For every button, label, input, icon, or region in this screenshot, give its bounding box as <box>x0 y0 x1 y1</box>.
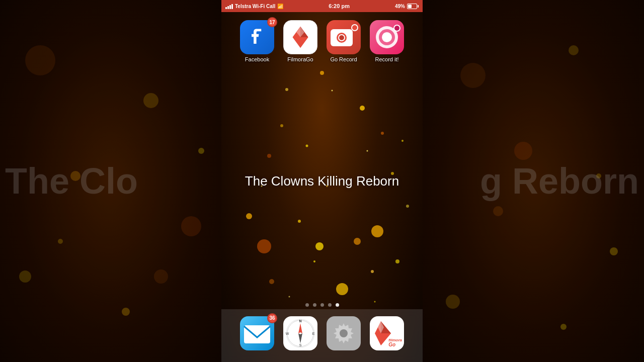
status-right: 49% <box>395 4 419 9</box>
svg-point-10 <box>569 45 579 55</box>
svg-point-11 <box>514 142 532 160</box>
battery-percent: 49% <box>395 4 405 9</box>
page-dot-4[interactable] <box>328 303 332 307</box>
recordit-icon <box>370 20 404 54</box>
svg-point-4 <box>19 270 31 283</box>
svg-point-40 <box>401 140 404 142</box>
svg-point-9 <box>460 63 486 88</box>
svg-point-38 <box>367 150 368 152</box>
svg-text:S: S <box>299 343 302 347</box>
svg-point-58 <box>394 26 399 31</box>
status-time: 6:20 pm <box>329 3 350 9</box>
page-dot-5[interactable] <box>336 303 339 307</box>
recordit-icon-wrap <box>370 20 404 54</box>
app-recordit[interactable]: Record it! <box>370 20 404 62</box>
app-row: 17 Facebook <box>221 15 423 65</box>
app-facebook[interactable]: 17 Facebook <box>240 20 274 62</box>
svg-point-17 <box>320 71 324 75</box>
filmorago-icon <box>283 20 317 54</box>
bg-right-panel: g Reborn <box>423 0 644 362</box>
filmorago-label: FilmoraGo <box>287 56 313 62</box>
svg-point-51 <box>339 35 344 40</box>
dock-app-safari[interactable]: N S W E <box>283 316 317 350</box>
gorecord-label: Go Record <box>330 56 357 62</box>
signal-icon <box>225 3 233 9</box>
svg-point-26 <box>371 225 383 237</box>
dock-app-filmorago[interactable]: filmoraGo <box>370 316 404 350</box>
svg-point-53 <box>352 25 357 30</box>
filmorago-dock-icon-wrap: filmoraGo <box>370 316 404 350</box>
svg-text:N: N <box>299 319 301 323</box>
svg-point-7 <box>58 239 63 244</box>
svg-point-42 <box>289 296 290 298</box>
svg-point-56 <box>382 32 392 42</box>
svg-point-1 <box>143 93 158 108</box>
svg-point-31 <box>354 238 361 245</box>
dock: 36 <box>221 309 423 362</box>
svg-point-41 <box>313 260 315 262</box>
svg-point-14 <box>560 324 567 330</box>
svg-point-22 <box>267 154 271 158</box>
recordit-label: Record it! <box>375 56 398 62</box>
mail-icon-wrap: 36 <box>240 316 274 350</box>
svg-rect-59 <box>244 325 270 343</box>
svg-point-5 <box>122 308 130 316</box>
status-left: Telstra Wi-Fi Call 📶 <box>225 3 283 9</box>
svg-text:W: W <box>286 332 289 335</box>
svg-point-28 <box>315 242 324 250</box>
gorecord-icon <box>327 20 361 54</box>
carrier-label: Telstra Wi-Fi Call <box>235 4 275 9</box>
wifi-icon: 📶 <box>277 4 283 9</box>
facebook-icon-wrap: 17 <box>240 20 274 54</box>
app-gorecord[interactable]: Go Record <box>327 20 361 62</box>
svg-point-27 <box>257 239 271 253</box>
side-text-left: The Clo <box>5 160 138 202</box>
page-dots[interactable] <box>221 303 423 307</box>
svg-point-6 <box>198 148 204 154</box>
dock-app-settings[interactable] <box>327 316 361 350</box>
facebook-badge: 17 <box>267 17 277 27</box>
center-wallpaper-text: The Clowns Killing Reborn <box>245 173 399 189</box>
filmorago-dock-icon: filmoraGo <box>370 316 404 350</box>
svg-point-20 <box>381 132 384 135</box>
svg-point-18 <box>285 88 288 91</box>
page-dot-1[interactable] <box>305 303 309 307</box>
svg-point-0 <box>25 45 55 75</box>
svg-point-30 <box>336 283 348 295</box>
svg-point-16 <box>596 173 601 178</box>
dock-app-mail[interactable]: 36 <box>240 316 274 350</box>
filmorago-dock-text: filmoraGo <box>388 338 402 347</box>
facebook-label: Facebook <box>245 56 269 62</box>
svg-point-33 <box>269 279 274 284</box>
page-dot-3[interactable] <box>320 303 324 307</box>
svg-point-25 <box>298 220 301 223</box>
svg-point-34 <box>246 213 252 219</box>
svg-point-15 <box>493 206 503 216</box>
svg-point-3 <box>181 216 201 236</box>
svg-point-13 <box>446 295 460 309</box>
page-dot-2[interactable] <box>313 303 316 307</box>
svg-point-69 <box>340 329 348 337</box>
status-bar: Telstra Wi-Fi Call 📶 6:20 pm 49% <box>221 0 423 12</box>
side-text-right: g Reborn <box>480 160 639 202</box>
settings-icon <box>327 316 361 350</box>
svg-point-36 <box>280 124 283 127</box>
safari-icon-wrap: N S W E <box>283 316 317 350</box>
mail-badge: 36 <box>267 313 277 323</box>
app-filmorago[interactable]: FilmoraGo <box>283 20 317 62</box>
svg-point-35 <box>406 205 409 208</box>
svg-point-8 <box>154 269 168 284</box>
filmorago-icon-wrap <box>283 20 317 54</box>
svg-text:E: E <box>312 332 315 335</box>
safari-icon: N S W E <box>283 316 317 350</box>
bg-left-panel: The Clo <box>0 0 221 362</box>
svg-point-29 <box>371 270 374 273</box>
svg-point-32 <box>395 259 399 263</box>
svg-point-19 <box>360 106 365 111</box>
svg-point-37 <box>332 90 333 92</box>
svg-point-43 <box>374 301 376 303</box>
svg-point-21 <box>306 145 308 147</box>
svg-point-12 <box>610 247 618 255</box>
svg-marker-46 <box>300 37 308 48</box>
gorecord-icon-wrap <box>327 20 361 54</box>
